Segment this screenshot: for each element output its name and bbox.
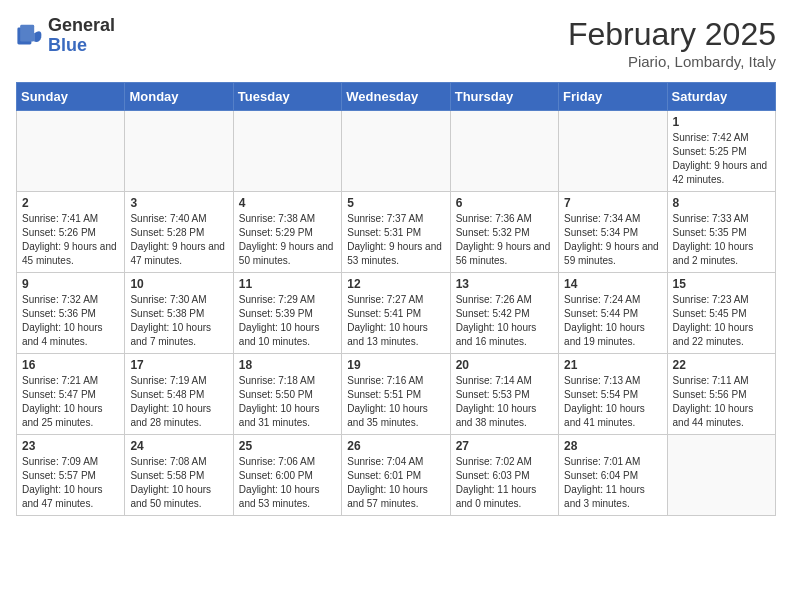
logo-text: General Blue [48, 16, 115, 56]
calendar-day-cell: 3Sunrise: 7:40 AM Sunset: 5:28 PM Daylig… [125, 192, 233, 273]
day-number: 25 [239, 439, 336, 453]
day-info: Sunrise: 7:38 AM Sunset: 5:29 PM Dayligh… [239, 212, 336, 268]
day-info: Sunrise: 7:41 AM Sunset: 5:26 PM Dayligh… [22, 212, 119, 268]
day-info: Sunrise: 7:21 AM Sunset: 5:47 PM Dayligh… [22, 374, 119, 430]
day-info: Sunrise: 7:18 AM Sunset: 5:50 PM Dayligh… [239, 374, 336, 430]
day-of-week-header: Thursday [450, 83, 558, 111]
day-number: 7 [564, 196, 661, 210]
day-number: 13 [456, 277, 553, 291]
day-number: 5 [347, 196, 444, 210]
calendar-day-cell: 8Sunrise: 7:33 AM Sunset: 5:35 PM Daylig… [667, 192, 775, 273]
calendar-day-cell: 26Sunrise: 7:04 AM Sunset: 6:01 PM Dayli… [342, 435, 450, 516]
calendar-day-cell: 22Sunrise: 7:11 AM Sunset: 5:56 PM Dayli… [667, 354, 775, 435]
location-subtitle: Piario, Lombardy, Italy [568, 53, 776, 70]
day-number: 11 [239, 277, 336, 291]
day-number: 17 [130, 358, 227, 372]
calendar-day-cell [17, 111, 125, 192]
calendar-day-cell: 25Sunrise: 7:06 AM Sunset: 6:00 PM Dayli… [233, 435, 341, 516]
calendar-day-cell: 16Sunrise: 7:21 AM Sunset: 5:47 PM Dayli… [17, 354, 125, 435]
calendar-day-cell: 12Sunrise: 7:27 AM Sunset: 5:41 PM Dayli… [342, 273, 450, 354]
day-info: Sunrise: 7:42 AM Sunset: 5:25 PM Dayligh… [673, 131, 770, 187]
calendar-day-cell [342, 111, 450, 192]
day-info: Sunrise: 7:19 AM Sunset: 5:48 PM Dayligh… [130, 374, 227, 430]
day-info: Sunrise: 7:27 AM Sunset: 5:41 PM Dayligh… [347, 293, 444, 349]
calendar-day-cell: 4Sunrise: 7:38 AM Sunset: 5:29 PM Daylig… [233, 192, 341, 273]
calendar-day-cell: 19Sunrise: 7:16 AM Sunset: 5:51 PM Dayli… [342, 354, 450, 435]
day-info: Sunrise: 7:04 AM Sunset: 6:01 PM Dayligh… [347, 455, 444, 511]
calendar-day-cell: 17Sunrise: 7:19 AM Sunset: 5:48 PM Dayli… [125, 354, 233, 435]
calendar-header-row: SundayMondayTuesdayWednesdayThursdayFrid… [17, 83, 776, 111]
day-info: Sunrise: 7:24 AM Sunset: 5:44 PM Dayligh… [564, 293, 661, 349]
day-of-week-header: Monday [125, 83, 233, 111]
calendar-week-row: 16Sunrise: 7:21 AM Sunset: 5:47 PM Dayli… [17, 354, 776, 435]
day-info: Sunrise: 7:09 AM Sunset: 5:57 PM Dayligh… [22, 455, 119, 511]
day-number: 27 [456, 439, 553, 453]
day-of-week-header: Sunday [17, 83, 125, 111]
day-number: 22 [673, 358, 770, 372]
calendar-day-cell [450, 111, 558, 192]
calendar-day-cell: 1Sunrise: 7:42 AM Sunset: 5:25 PM Daylig… [667, 111, 775, 192]
day-info: Sunrise: 7:14 AM Sunset: 5:53 PM Dayligh… [456, 374, 553, 430]
day-number: 26 [347, 439, 444, 453]
calendar-week-row: 9Sunrise: 7:32 AM Sunset: 5:36 PM Daylig… [17, 273, 776, 354]
day-number: 4 [239, 196, 336, 210]
page-header: General Blue February 2025 Piario, Lomba… [16, 16, 776, 70]
logo-icon [16, 22, 44, 50]
day-number: 24 [130, 439, 227, 453]
day-info: Sunrise: 7:01 AM Sunset: 6:04 PM Dayligh… [564, 455, 661, 511]
calendar-day-cell [125, 111, 233, 192]
day-of-week-header: Wednesday [342, 83, 450, 111]
day-number: 20 [456, 358, 553, 372]
day-info: Sunrise: 7:23 AM Sunset: 5:45 PM Dayligh… [673, 293, 770, 349]
day-number: 14 [564, 277, 661, 291]
calendar-day-cell [559, 111, 667, 192]
day-number: 3 [130, 196, 227, 210]
day-info: Sunrise: 7:11 AM Sunset: 5:56 PM Dayligh… [673, 374, 770, 430]
calendar-day-cell: 18Sunrise: 7:18 AM Sunset: 5:50 PM Dayli… [233, 354, 341, 435]
day-of-week-header: Friday [559, 83, 667, 111]
calendar-table: SundayMondayTuesdayWednesdayThursdayFrid… [16, 82, 776, 516]
day-info: Sunrise: 7:32 AM Sunset: 5:36 PM Dayligh… [22, 293, 119, 349]
calendar-day-cell: 24Sunrise: 7:08 AM Sunset: 5:58 PM Dayli… [125, 435, 233, 516]
day-number: 10 [130, 277, 227, 291]
calendar-day-cell [667, 435, 775, 516]
day-info: Sunrise: 7:08 AM Sunset: 5:58 PM Dayligh… [130, 455, 227, 511]
calendar-day-cell: 23Sunrise: 7:09 AM Sunset: 5:57 PM Dayli… [17, 435, 125, 516]
title-section: February 2025 Piario, Lombardy, Italy [568, 16, 776, 70]
day-info: Sunrise: 7:02 AM Sunset: 6:03 PM Dayligh… [456, 455, 553, 511]
day-info: Sunrise: 7:13 AM Sunset: 5:54 PM Dayligh… [564, 374, 661, 430]
calendar-day-cell: 2Sunrise: 7:41 AM Sunset: 5:26 PM Daylig… [17, 192, 125, 273]
day-info: Sunrise: 7:26 AM Sunset: 5:42 PM Dayligh… [456, 293, 553, 349]
day-number: 18 [239, 358, 336, 372]
calendar-day-cell: 7Sunrise: 7:34 AM Sunset: 5:34 PM Daylig… [559, 192, 667, 273]
day-number: 6 [456, 196, 553, 210]
calendar-day-cell [233, 111, 341, 192]
day-info: Sunrise: 7:36 AM Sunset: 5:32 PM Dayligh… [456, 212, 553, 268]
calendar-day-cell: 5Sunrise: 7:37 AM Sunset: 5:31 PM Daylig… [342, 192, 450, 273]
calendar-day-cell: 11Sunrise: 7:29 AM Sunset: 5:39 PM Dayli… [233, 273, 341, 354]
day-info: Sunrise: 7:40 AM Sunset: 5:28 PM Dayligh… [130, 212, 227, 268]
day-of-week-header: Tuesday [233, 83, 341, 111]
day-number: 23 [22, 439, 119, 453]
day-info: Sunrise: 7:16 AM Sunset: 5:51 PM Dayligh… [347, 374, 444, 430]
calendar-day-cell: 6Sunrise: 7:36 AM Sunset: 5:32 PM Daylig… [450, 192, 558, 273]
day-number: 2 [22, 196, 119, 210]
day-number: 8 [673, 196, 770, 210]
day-info: Sunrise: 7:37 AM Sunset: 5:31 PM Dayligh… [347, 212, 444, 268]
calendar-day-cell: 13Sunrise: 7:26 AM Sunset: 5:42 PM Dayli… [450, 273, 558, 354]
day-number: 1 [673, 115, 770, 129]
day-info: Sunrise: 7:29 AM Sunset: 5:39 PM Dayligh… [239, 293, 336, 349]
day-number: 19 [347, 358, 444, 372]
calendar-day-cell: 27Sunrise: 7:02 AM Sunset: 6:03 PM Dayli… [450, 435, 558, 516]
month-title: February 2025 [568, 16, 776, 53]
calendar-day-cell: 28Sunrise: 7:01 AM Sunset: 6:04 PM Dayli… [559, 435, 667, 516]
calendar-day-cell: 15Sunrise: 7:23 AM Sunset: 5:45 PM Dayli… [667, 273, 775, 354]
day-info: Sunrise: 7:30 AM Sunset: 5:38 PM Dayligh… [130, 293, 227, 349]
day-number: 28 [564, 439, 661, 453]
day-of-week-header: Saturday [667, 83, 775, 111]
logo-blue: Blue [48, 35, 87, 55]
day-number: 15 [673, 277, 770, 291]
calendar-day-cell: 9Sunrise: 7:32 AM Sunset: 5:36 PM Daylig… [17, 273, 125, 354]
calendar-day-cell: 14Sunrise: 7:24 AM Sunset: 5:44 PM Dayli… [559, 273, 667, 354]
logo-general: General [48, 15, 115, 35]
